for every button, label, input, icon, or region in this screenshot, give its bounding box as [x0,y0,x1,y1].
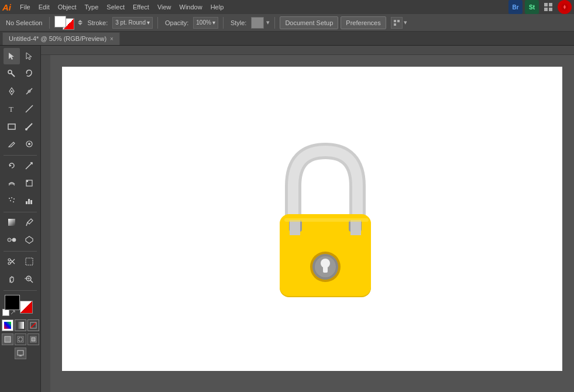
menu-view[interactable]: View [153,2,176,12]
menu-help[interactable]: Help [207,2,228,12]
rotate-tool-button[interactable] [4,157,20,174]
type-tool-button[interactable]: T [4,101,20,117]
free-transform-tool-button[interactable] [21,175,37,191]
svg-rect-49 [32,338,35,341]
stroke-label: Stroke: [85,18,110,27]
preferences-button[interactable]: Preferences [341,16,386,29]
warp-tool-button[interactable] [4,175,20,191]
divider-2 [157,17,158,29]
svg-point-24 [10,200,11,201]
column-graph-tool-button[interactable] [21,192,37,209]
svg-point-18 [28,143,30,145]
tool-row-selection [0,48,40,64]
divider-3 [223,17,224,29]
style-swatch[interactable] [251,17,264,29]
workspace-switcher-icon[interactable] [541,0,555,14]
color-mode-button[interactable] [2,319,13,331]
tool-row-pencil [0,136,40,152]
none-mode-button[interactable] [28,319,39,331]
arrow-up-icon[interactable] [78,20,83,22]
paintbrush-tool-button[interactable] [21,118,37,135]
menu-effect[interactable]: Effect [129,2,153,12]
svg-rect-75 [284,218,369,222]
menu-object[interactable]: Object [54,2,81,12]
tool-row-blend [0,232,40,248]
svg-rect-50 [18,350,23,355]
fill-stroke-swatch[interactable] [54,16,75,30]
svg-rect-0 [544,3,548,6]
svg-rect-7 [394,23,396,26]
draw-behind-button[interactable] [15,333,26,345]
tool-row-warp [0,175,40,191]
arrange-button[interactable] [391,17,403,29]
swap-colors-icon[interactable] [11,310,16,316]
tool-row-magic [0,66,40,82]
bridge-icon[interactable]: Br [508,0,523,14]
color-mode-icon [4,322,11,329]
draw-normal-button[interactable] [2,333,13,345]
svg-point-32 [12,238,16,242]
scissors-tool-button[interactable] [4,253,20,270]
direct-selection-tool-button[interactable] [21,48,37,64]
menu-type[interactable]: Type [81,2,103,12]
svg-rect-29 [8,219,15,226]
svg-line-36 [11,260,15,264]
fill-swatch[interactable] [54,16,66,27]
rectangle-tool-button[interactable] [4,118,20,135]
pencil-tool-button[interactable] [4,136,20,152]
pen-tool-button[interactable] [4,83,20,99]
svg-point-22 [11,197,12,198]
color-mode-row [0,319,40,331]
menu-select[interactable]: Select [102,2,129,12]
options-toolbar: No Selection Stroke: 3 pt. Round ▾ Opaci… [0,14,574,32]
arrow-down-icon[interactable] [78,23,83,25]
artboard-tool-button[interactable] [21,253,37,270]
tab-close-button[interactable]: × [110,36,114,42]
symbol-sprayer-tool-button[interactable] [4,192,20,209]
selection-tool-button[interactable] [4,48,20,64]
document-setup-button[interactable]: Document Setup [280,16,338,29]
svg-rect-74 [323,263,328,273]
draw-inside-button[interactable] [28,333,39,345]
blend-tool-button[interactable] [4,232,20,248]
stroke-weight-selector[interactable]: 3 pt. Round ▾ [112,17,153,29]
stroke-weight-dropdown-icon[interactable]: ▾ [147,19,150,26]
magic-wand-tool-button[interactable] [4,66,20,82]
opacity-control[interactable]: 100% ▾ [193,17,218,29]
tab-title: Untitled-4* @ 50% (RGB/Preview) [9,35,106,42]
opacity-dropdown-icon[interactable]: ▾ [212,19,215,26]
fill-color-swatch[interactable] [5,295,20,310]
svg-rect-51 [19,355,22,356]
document-tab[interactable]: Untitled-4* @ 50% (RGB/Preview) × [2,32,120,45]
kuler-icon[interactable] [558,0,572,14]
arrange-dropdown-icon[interactable]: ▾ [404,19,407,26]
vertical-ruler [41,55,50,392]
scale-tool-button[interactable] [21,157,37,174]
stroke-arrows[interactable] [78,20,83,25]
tool-divider-2 [4,212,37,212]
line-tool-button[interactable] [21,101,37,117]
gradient-mode-button[interactable] [15,319,26,331]
zoom-tool-button[interactable] [21,271,37,287]
stroke-color-swatch-2[interactable] [20,301,33,314]
add-anchor-tool-button[interactable] [21,83,37,99]
stock-icon[interactable]: St [525,0,539,14]
screen-mode-button[interactable] [15,348,26,359]
svg-point-21 [9,198,10,199]
svg-line-37 [11,259,15,263]
canvas-area[interactable] [41,46,574,392]
menu-edit[interactable]: Edit [35,2,54,12]
artboard-container[interactable] [50,55,574,392]
style-dropdown-icon[interactable]: ▾ [266,19,270,26]
menu-file[interactable]: File [16,2,35,12]
menu-window[interactable]: Window [176,2,207,12]
eyedropper-tool-button[interactable] [21,214,37,231]
gradient-tool-button[interactable] [4,214,20,231]
live-paint-tool-button[interactable] [21,232,37,248]
hand-tool-button[interactable] [4,271,20,287]
selection-indicator: No Selection [4,18,44,27]
divider-1 [49,17,50,29]
lasso-tool-button[interactable] [21,66,37,82]
gradient-mode-icon [17,322,24,329]
blob-brush-tool-button[interactable] [21,136,37,152]
